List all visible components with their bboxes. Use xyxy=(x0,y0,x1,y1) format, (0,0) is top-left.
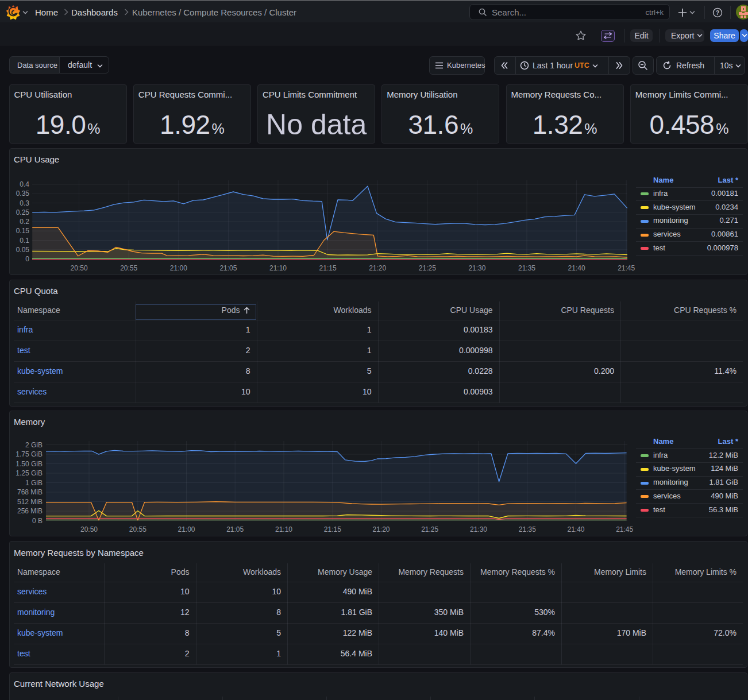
svg-text:?: ? xyxy=(716,9,719,16)
